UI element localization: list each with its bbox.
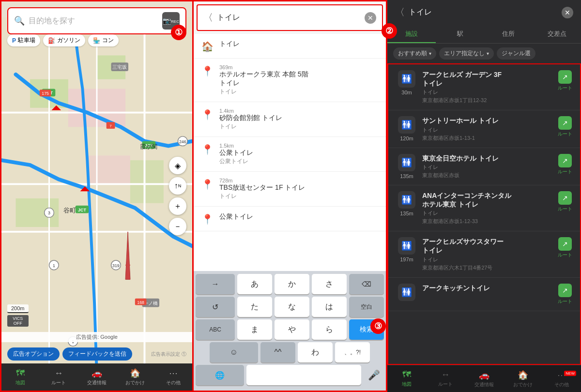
result-distance: 135m	[400, 173, 413, 179]
results-panel: 〈 トイレ ✕ 施設 駅 住所 交差点 おすすめ順 ▾ エリア指定なし ▾ ジャ…	[387, 0, 581, 392]
result-type: トイレ	[422, 89, 553, 96]
results-back-button[interactable]: 〈	[395, 6, 405, 19]
results-clear-button[interactable]: ✕	[562, 7, 573, 18]
key-ya[interactable]: や	[275, 319, 309, 340]
result-type: トイレ	[422, 164, 553, 171]
nav-map[interactable]: 🗺 地図	[1, 368, 40, 386]
nav-traffic-label: 交通情報	[87, 379, 107, 386]
route-label: ルート	[558, 168, 572, 175]
route-button[interactable]: ↗	[558, 191, 572, 205]
route-button[interactable]: ↗	[558, 154, 572, 167]
route-button[interactable]: ↗	[558, 70, 572, 84]
key-globe[interactable]: 🌐	[196, 365, 244, 385]
result-item[interactable]: 🚻 197m アークヒルズサウスタワートイレ トイレ 東京都港区六木1丁目4番2…	[388, 231, 580, 277]
ad-option-button[interactable]: 広告オプション	[7, 347, 60, 361]
back-button[interactable]: 〈	[203, 11, 213, 24]
key-ha[interactable]: は	[312, 297, 347, 317]
suggestion-item[interactable]: 🏠 トイレ	[194, 34, 386, 59]
key-punct[interactable]: 、。?!	[335, 342, 370, 362]
key-delete[interactable]: ⌫	[349, 274, 384, 294]
results-nav-traffic[interactable]: 🚗 交通情報	[465, 370, 504, 388]
step-badge-3: ③	[370, 318, 386, 334]
key-wa[interactable]: わ	[298, 342, 333, 362]
key-spacebar[interactable]	[246, 365, 361, 385]
suggestion-distance: 728m	[219, 178, 305, 183]
category-conv[interactable]: 🏪 コン	[88, 34, 119, 46]
svg-text:霞が関: 霞が関	[140, 143, 157, 150]
category-parking[interactable]: P 駐車場	[7, 34, 40, 46]
suggestion-item[interactable]: 📍 1.5km 公衆トイレ 公衆トイレ	[194, 137, 386, 172]
result-name: アークキッチントイレ	[422, 284, 553, 292]
route-icon: ↔	[54, 368, 63, 378]
result-item[interactable]: 🚻 アークキッチントイレ ↗ ルート	[388, 278, 580, 311]
nav-other[interactable]: ⋯ その他	[154, 368, 192, 386]
location-pin-icon: 📍	[201, 109, 214, 121]
results-nav-outing[interactable]: 🏠 おでかけ	[504, 370, 542, 388]
layers-button[interactable]: ◈	[169, 157, 186, 174]
clear-search-button[interactable]: ✕	[365, 12, 376, 24]
route-button[interactable]: ↗	[558, 116, 572, 130]
area-filter-button[interactable]: エリア指定なし ▾	[439, 47, 494, 60]
result-item[interactable]: 🚻 30m アークヒルズ ガーデン 3Fトイレ トイレ 東京都港区赤坂1丁目12…	[388, 64, 580, 110]
zoom-out-button[interactable]: －	[169, 218, 186, 235]
search-query[interactable]: トイレ	[217, 13, 361, 23]
key-space[interactable]: 空白	[349, 297, 384, 317]
result-name: アークヒルズ ガーデン 3Fトイレ	[422, 70, 553, 88]
search-header: 〈 トイレ ✕	[197, 4, 383, 31]
key-emoji[interactable]: ☺	[210, 342, 258, 362]
search-icon: 🔍	[14, 15, 25, 26]
category-gas[interactable]: ⛽ ガソリン	[43, 34, 85, 46]
tab-intersection[interactable]: 交差点	[533, 25, 581, 43]
result-address: 東京都港区赤坂	[422, 172, 553, 179]
result-item[interactable]: 🚻 135m ANAインターコンチネンタルホテル東京 トイレ トイレ 東京都港区…	[388, 185, 580, 231]
nav-outing[interactable]: 🏠 おでかけ	[116, 368, 154, 386]
search-suggestions-panel: 〈 トイレ ✕ 🏠 トイレ 📍 369m ホテルオークラ東京 本館 5階トイレ …	[194, 0, 387, 392]
location-pin-icon: 📍	[201, 65, 214, 77]
key-sa[interactable]: さ	[312, 274, 347, 294]
suggestion-title: 公衆トイレ	[219, 212, 253, 221]
key-ta[interactable]: た	[237, 297, 272, 317]
key-abc[interactable]: ABC	[196, 319, 235, 340]
japanese-keyboard[interactable]: → あ か さ ⌫ ↺ た な は 空白 ABC ま や ら 検索 ☺ ^^ わ…	[194, 271, 386, 391]
north-button[interactable]: ↑N	[169, 177, 186, 195]
svg-text:246: 246	[179, 139, 186, 144]
key-undo[interactable]: ↺	[196, 297, 235, 317]
key-ra[interactable]: ら	[312, 319, 347, 340]
vics-button[interactable]: VICS OFF	[7, 315, 29, 327]
route-button[interactable]: ↗	[558, 284, 572, 297]
key-a[interactable]: あ	[237, 274, 272, 294]
result-item[interactable]: 🚻 135m 東京全日空ホテル トイレ トイレ 東京都港区赤坂 ↗ ルート	[388, 148, 580, 185]
results-nav-route[interactable]: ↔ ルート	[426, 370, 465, 388]
route-label: ルート	[558, 298, 572, 305]
suggestion-item[interactable]: 📍 369m ホテルオークラ東京 本館 5階トイレ トイレ	[194, 59, 386, 102]
suggestion-item[interactable]: 📍 公衆トイレ	[194, 207, 386, 231]
result-name: ANAインターコンチネンタルホテル東京 トイレ	[422, 191, 553, 209]
tab-address[interactable]: 住所	[484, 25, 533, 43]
result-item[interactable]: 🚻 120m サントリーホール トイレ トイレ 東京都港区赤坂1-13-1 ↗ …	[388, 110, 580, 148]
zoom-in-button[interactable]: ＋	[169, 197, 186, 215]
nav-traffic[interactable]: 🚗 交通情報	[78, 368, 116, 386]
result-distance: 120m	[400, 136, 413, 141]
key-ma[interactable]: ま	[237, 319, 272, 340]
results-nav-other[interactable]: NEW ⋯ その他	[542, 370, 581, 388]
step-badge-2: ②	[382, 23, 397, 39]
key-microphone[interactable]: 🎤	[364, 365, 384, 385]
key-na[interactable]: な	[275, 297, 309, 317]
key-ka[interactable]: か	[275, 274, 309, 294]
genre-filter-button[interactable]: ジャンル選	[497, 47, 535, 60]
results-nav-map[interactable]: 🗺 地図	[387, 370, 426, 388]
suggestion-distance: 1.4km	[219, 108, 282, 114]
parking-p-icon: P	[12, 37, 16, 44]
suggestion-item[interactable]: 📍 1.4km 砂防会館別館 トイレ トイレ	[194, 102, 386, 137]
ad-settings-label[interactable]: 広告表示設定 ①	[151, 351, 186, 358]
key-arrow-right[interactable]: →	[196, 274, 235, 294]
tab-station[interactable]: 駅	[436, 25, 484, 43]
key-caret[interactable]: ^^	[260, 342, 295, 362]
sort-filter-button[interactable]: おすすめ順 ▾	[393, 47, 436, 60]
svg-text:319: 319	[112, 263, 120, 268]
map-search-bar[interactable]: 🔍 目的地を探す 📷 REC	[7, 7, 186, 34]
nav-route[interactable]: ↔ ルート	[40, 368, 78, 386]
suggestion-item[interactable]: 📍 728m TBS放送センター 1F トイレ トイレ	[194, 172, 386, 207]
feedback-button[interactable]: フィードバックを送信	[62, 347, 132, 361]
route-button[interactable]: ↗	[558, 237, 572, 251]
